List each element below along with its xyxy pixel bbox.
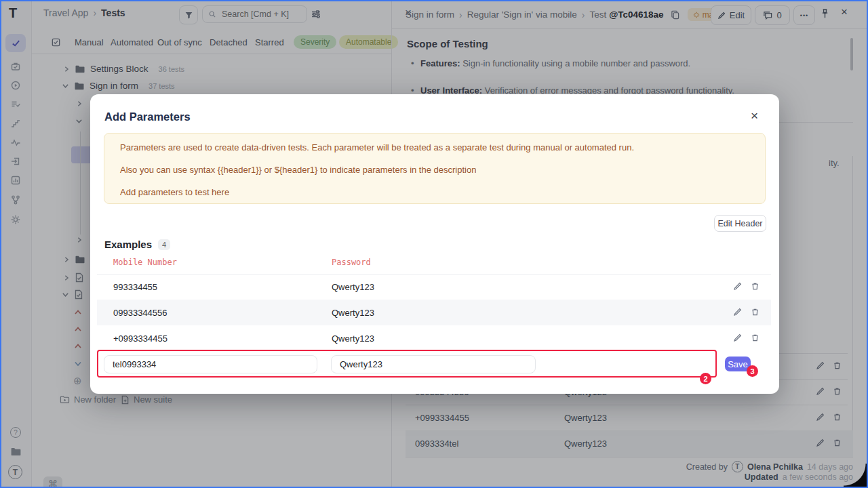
edit-header-button[interactable]: Edit Header	[714, 215, 766, 232]
tutorial-step-2-badge: 2	[700, 373, 711, 384]
edit-row-icon[interactable]	[733, 333, 742, 342]
edit-row-icon[interactable]	[733, 308, 742, 317]
mobile-number-input[interactable]	[104, 355, 317, 373]
examples-heading: Examples 4	[104, 239, 170, 250]
example-row: 09933344556 Qwerty123	[97, 300, 771, 325]
delete-row-icon[interactable]	[751, 308, 760, 317]
tutorial-step-3-badge: 3	[747, 365, 758, 377]
column-mobile-number: Mobile Number	[113, 258, 177, 267]
app-screen: T ? T Travel App › Tests	[0, 0, 868, 488]
parameters-info-box: Parameters are used to create data-drive…	[104, 133, 766, 204]
example-row: +0993334455 Qwerty123	[97, 325, 771, 351]
examples-count-badge: 4	[158, 239, 170, 250]
column-password: Password	[332, 258, 371, 267]
example-row: 993334455 Qwerty123	[97, 274, 771, 300]
password-input[interactable]	[331, 355, 536, 373]
delete-row-icon[interactable]	[751, 333, 760, 342]
add-parameters-modal: Add Parameters × Parameters are used to …	[90, 94, 779, 394]
modal-close-icon[interactable]: ×	[751, 109, 758, 122]
modal-title: Add Parameters	[104, 110, 191, 123]
delete-row-icon[interactable]	[751, 282, 760, 291]
edit-row-icon[interactable]	[733, 282, 742, 291]
